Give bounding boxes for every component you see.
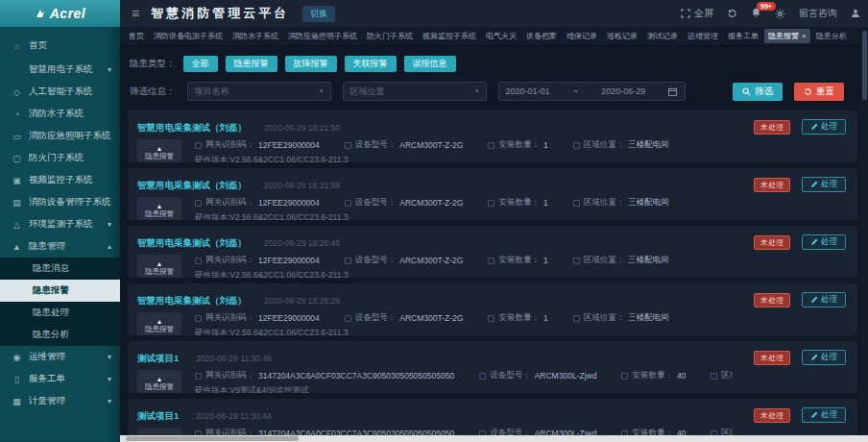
alarm-field: 安装数量：1 [488,255,547,266]
tab-10[interactable]: 测试记录 [643,29,682,43]
logo-text: Acrel [50,6,86,21]
handle-button[interactable]: 处理 [802,292,846,307]
field-label: 安装数量： [498,312,540,324]
handle-button[interactable]: 处理 [802,350,846,365]
horizontal-scrollbar[interactable] [120,435,868,442]
pencil-icon [810,411,818,419]
handle-button[interactable]: 处理 [802,234,846,250]
sidebar-item-1[interactable]: 智慧用电子系统▾ [0,59,120,81]
sidebar-item-12[interactable]: ▦计量管理▾ [0,390,120,412]
calendar-icon [668,87,677,96]
alarm-type-label: 隐患报警 [145,153,174,160]
vertical-scrollbar[interactable] [861,27,868,435]
alarm-title-link[interactable]: 测试项目1 [137,410,179,421]
sidebar-item-4[interactable]: ▭消防应急照明子系统 [0,125,120,147]
tab-2[interactable]: 消防水子系统 [229,29,282,43]
alarm-title-link[interactable]: 智慧用电采集测试（刘磊） [137,295,247,306]
tab-11[interactable]: 运维管理 [684,29,722,43]
handle-button[interactable]: 处理 [802,177,846,192]
video-icon: ▣ [12,176,22,185]
alarm-title-link[interactable]: 智慧用电采集测试（刘磊） [137,237,247,248]
hardware-version-text: 硬件版本:V2.56.6&2CC1.06/CC23.6-211.3 [195,328,669,335]
tab-3[interactable]: 消防应急照明子系统 [284,29,361,43]
tab-14[interactable]: 隐患分析 [812,29,851,43]
tab-0[interactable]: 首页 [125,29,148,43]
sidebar-subitem-0[interactable]: 隐患消息 [0,258,120,280]
alarm-title-link[interactable]: 智慧用电采集测试（刘磊） [137,180,247,190]
tab-12[interactable]: 服务工单 [724,29,762,43]
tab-5[interactable]: 视频监控子系统 [419,29,480,43]
sidebar-subitem-2[interactable]: 隐患处理 [0,302,120,324]
field-value: 12FEE29000004 [258,313,320,323]
type-filter-button-4[interactable]: 误报信息 [404,56,456,72]
tab-6[interactable]: 电气火灾 [482,29,520,43]
project-select[interactable]: 项目名称 ▾ [187,82,331,101]
sidebar-item-5[interactable]: ▢防火门子系统 [0,147,120,169]
field-value: 3147204A3C6A0CF03CC7A3C90503050505050505… [258,429,454,435]
field-value: ARCM300T-Z-2G [399,313,463,323]
tab-1[interactable]: 消防设备电源子系统 [150,29,227,43]
field-icon [488,142,494,149]
field-label: 安装数量： [632,428,673,435]
type-filter-button-1[interactable]: 隐患报警 [226,56,277,72]
tab-7[interactable]: 设备档案 [522,29,561,43]
date-range-picker[interactable]: 2020-01-01 ~ 2020-06-29 [498,82,686,101]
alarm-type-label: 隐患报警 [145,268,174,276]
notifications-button[interactable]: 99+ [751,8,761,20]
message-label: 留言咨询 [799,7,837,20]
filter-info-label: 筛选信息： [130,86,176,98]
sidebar-item-label: 环境监测子系统 [29,218,93,231]
app-header: Acrel ≡ 智慧消防管理云平台 切换 全屏 99+ [0,0,868,27]
close-tab-icon[interactable]: × [802,32,807,40]
sidebar-item-10[interactable]: ◉运维管理▾ [0,346,120,368]
sidebar-item-3[interactable]: ◔消防水子系统 [0,103,120,125]
tab-4[interactable]: 防火门子系统 [363,29,417,43]
field-value: 1 [543,140,548,150]
sidebar-item-6[interactable]: ▣视频监控子系统 [0,169,120,191]
fullscreen-button[interactable]: 全屏 [681,7,713,20]
sidebar-subitem-3[interactable]: 隐患分析 [0,324,120,346]
tab-13[interactable]: 隐患报警× [764,29,810,43]
settings-button[interactable] [775,9,785,19]
alarm-field: 设备型号：ARCM300T-Z-2G [345,139,464,151]
type-filter-button-0[interactable]: 全部 [183,56,218,72]
chevron-down-icon: ▾ [108,220,111,229]
handle-button[interactable]: 处理 [802,407,846,423]
sidebar-item-label: 智慧用电子系统 [29,63,93,76]
area-select[interactable]: 区域位置 ▾ [343,82,487,101]
alarm-timestamp: 2020-06-29 18:26:46 [264,238,340,248]
field-icon [488,315,494,322]
reset-button[interactable]: 重置 [794,83,844,101]
search-button[interactable]: 筛选 [733,83,783,101]
hardware-version-text: 硬件版本:V2.56.6&2CC1.06/CC23.6-211.3 [195,155,669,162]
handle-button[interactable]: 处理 [802,119,846,135]
vertical-scrollbar-thumb[interactable] [862,31,867,100]
field-icon [345,142,351,149]
message-link[interactable]: 留言咨询 [799,7,837,20]
alarm-title-link[interactable]: 智慧用电采集测试（刘磊） [137,122,247,133]
switch-button[interactable]: 切换 [302,6,335,22]
chevron-up-icon: ▴ [108,242,111,251]
alarm-row: 测试项目12020-06-29 11:30:44▲隐患报警网关识别码：31472… [128,399,857,435]
alarm-timestamp: 2020-06-29 18:26:28 [264,296,340,306]
sidebar-item-0[interactable]: ⌂首页 [0,33,120,59]
sidebar-item-2[interactable]: ◇人工智能子系统 [0,81,120,103]
sidebar-item-7[interactable]: ▤消防设备管理子系统 [0,191,120,213]
sidebar-item-8[interactable]: △环境监测子系统▾ [0,213,120,235]
tab-8[interactable]: 维保记录 [563,29,601,43]
status-badge: 未处理 [754,293,790,307]
sidebar-subitem-1[interactable]: 隐患报警 [0,280,120,302]
type-filter-button-2[interactable]: 故障报警 [285,56,337,72]
alarm-title-link[interactable]: 测试项目1 [137,353,179,363]
field-icon [711,373,717,380]
sidebar-item-11[interactable]: ▯服务工单▾ [0,368,120,390]
tab-label: 设备档案 [526,31,557,41]
tab-9[interactable]: 巡检记录 [603,29,641,43]
menu-toggle-icon[interactable]: ≡ [132,6,139,21]
type-filter-button-3[interactable]: 失联报警 [345,56,397,72]
horizontal-scrollbar-thumb[interactable] [126,436,299,441]
user-button[interactable] [851,9,860,18]
sidebar-item-9[interactable]: ▲隐患管理▴ [0,235,120,258]
refresh-button[interactable] [727,9,737,18]
project-select-value: 项目名称 [195,86,229,98]
